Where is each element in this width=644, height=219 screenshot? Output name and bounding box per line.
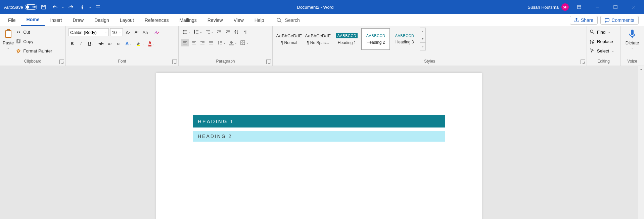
subscript-button[interactable]: x2 bbox=[106, 40, 113, 47]
search-input[interactable]: Search bbox=[276, 17, 300, 23]
document-canvas[interactable]: HEADING 1 HEADING 2 bbox=[0, 66, 638, 219]
heading-2-text[interactable]: HEADING 2 bbox=[193, 131, 445, 142]
align-center-button[interactable] bbox=[190, 39, 197, 46]
tab-design[interactable]: Design bbox=[89, 14, 114, 26]
underline-button[interactable]: U⌄ bbox=[86, 40, 96, 47]
svg-rect-0 bbox=[42, 5, 46, 9]
undo-dropdown-icon[interactable]: ⌄ bbox=[62, 6, 64, 9]
close-button[interactable] bbox=[626, 0, 641, 14]
bold-button[interactable]: B bbox=[68, 40, 76, 47]
multilevel-list-button[interactable]: ⌄ bbox=[204, 28, 214, 36]
scroll-up-icon[interactable]: ▴ bbox=[638, 66, 644, 72]
page[interactable]: HEADING 1 HEADING 2 bbox=[156, 73, 482, 219]
svg-text:Z: Z bbox=[235, 32, 236, 34]
text-effects-button[interactable]: A⌄ bbox=[124, 40, 134, 47]
tab-home[interactable]: Home bbox=[21, 14, 45, 26]
group-clipboard: Paste ⌄ ✂Cut Copy Format Painter Clipboa… bbox=[0, 26, 66, 66]
copy-button[interactable]: Copy bbox=[16, 38, 52, 45]
tab-file[interactable]: File bbox=[3, 14, 21, 26]
tab-mailings[interactable]: Mailings bbox=[174, 14, 202, 26]
highlight-button[interactable]: ⌄ bbox=[135, 40, 145, 47]
style-heading-2[interactable]: AABBCCDHeading 2 bbox=[361, 28, 390, 50]
cursor-icon bbox=[590, 48, 595, 53]
styles-scroll-up[interactable]: ▴ bbox=[420, 28, 425, 35]
undo-button[interactable] bbox=[50, 2, 60, 12]
svg-point-62 bbox=[590, 30, 593, 33]
italic-button[interactable]: I bbox=[77, 40, 85, 47]
format-painter-button[interactable]: Format Painter bbox=[16, 47, 52, 54]
font-name-combo[interactable]: Calibri (Body)⌄ bbox=[68, 28, 109, 36]
grow-font-button[interactable]: A▴ bbox=[124, 29, 132, 36]
qat-dropdown-icon[interactable]: ⌄ bbox=[89, 6, 91, 9]
change-case-button[interactable]: Aa⌄ bbox=[142, 29, 152, 36]
bullets-button[interactable]: ⌄ bbox=[181, 28, 191, 36]
qat-customize-button[interactable] bbox=[93, 2, 103, 12]
tab-view[interactable]: View bbox=[228, 14, 249, 26]
find-button[interactable]: Find⌄ bbox=[590, 28, 614, 36]
font-launcher[interactable] bbox=[172, 60, 177, 64]
clear-formatting-button[interactable]: A bbox=[153, 29, 160, 36]
style-heading-3[interactable]: AABBCCDHeading 3 bbox=[390, 28, 419, 50]
svg-point-11 bbox=[277, 18, 280, 22]
paragraph-launcher[interactable] bbox=[266, 60, 271, 64]
chevron-down-icon: ⌄ bbox=[7, 47, 9, 50]
replace-button[interactable]: abReplace bbox=[590, 38, 614, 45]
tab-layout[interactable]: Layout bbox=[114, 14, 139, 26]
user-name[interactable]: Susan Houtsma bbox=[528, 5, 559, 10]
share-button[interactable]: Share bbox=[570, 16, 598, 25]
increase-indent-button[interactable] bbox=[224, 28, 232, 36]
tab-help[interactable]: Help bbox=[249, 14, 270, 26]
shading-button[interactable]: ⌄ bbox=[228, 39, 238, 46]
save-button[interactable] bbox=[39, 2, 48, 12]
decrease-indent-button[interactable] bbox=[216, 28, 223, 36]
styles-gallery: AaBbCcDdE¶ Normal AaBbCcDdE¶ No Spac... … bbox=[275, 28, 426, 50]
styles-scroll-down[interactable]: ▾ bbox=[420, 35, 425, 43]
autosave-toggle[interactable]: AutoSave Off bbox=[4, 4, 37, 10]
styles-expand[interactable]: ▿ bbox=[420, 43, 425, 50]
font-size-combo[interactable]: 10⌄ bbox=[110, 28, 123, 36]
clipboard-launcher[interactable] bbox=[59, 60, 64, 64]
svg-rect-8 bbox=[614, 5, 617, 9]
borders-button[interactable]: ⌄ bbox=[239, 39, 249, 46]
styles-launcher[interactable] bbox=[581, 60, 585, 64]
group-editing: Find⌄ abReplace Select⌄ Editing bbox=[587, 26, 620, 66]
tab-draw[interactable]: Draw bbox=[67, 14, 89, 26]
comments-button[interactable]: Comments bbox=[600, 16, 639, 25]
align-right-button[interactable] bbox=[199, 39, 206, 46]
svg-line-63 bbox=[593, 32, 594, 34]
show-marks-button[interactable]: ¶ bbox=[242, 28, 249, 36]
numbering-button[interactable]: 123⌄ bbox=[193, 28, 203, 36]
sort-button[interactable]: AZ bbox=[233, 28, 240, 36]
font-color-button[interactable]: A⌄ bbox=[146, 40, 156, 47]
tab-review[interactable]: Review bbox=[202, 14, 228, 26]
select-button[interactable]: Select⌄ bbox=[590, 47, 614, 54]
minimize-button[interactable] bbox=[590, 0, 605, 14]
paste-button[interactable]: Paste ⌄ bbox=[3, 28, 14, 50]
align-left-button[interactable] bbox=[181, 39, 189, 46]
tab-references[interactable]: References bbox=[139, 14, 174, 26]
user-avatar[interactable]: SH bbox=[561, 3, 569, 11]
heading-1-text[interactable]: HEADING 1 bbox=[193, 115, 445, 127]
vertical-scrollbar[interactable]: ▴ bbox=[638, 66, 644, 219]
tab-insert[interactable]: Insert bbox=[45, 14, 67, 26]
svg-rect-58 bbox=[229, 44, 233, 45]
ribbon-display-button[interactable] bbox=[571, 0, 587, 14]
collapse-ribbon-button[interactable]: ˄ bbox=[631, 60, 637, 66]
style-heading-1[interactable]: AABBCCDHeading 1 bbox=[332, 28, 361, 50]
svg-text:b: b bbox=[592, 41, 594, 44]
redo-button[interactable] bbox=[66, 2, 76, 12]
dictate-button[interactable]: Dictate ⌄ bbox=[626, 28, 639, 50]
line-spacing-button[interactable]: ⌄ bbox=[216, 39, 226, 46]
maximize-button[interactable] bbox=[608, 0, 623, 14]
svg-text:A: A bbox=[154, 30, 157, 34]
justify-button[interactable] bbox=[208, 39, 215, 46]
strikethrough-button[interactable]: ab bbox=[97, 40, 105, 47]
cut-button[interactable]: ✂Cut bbox=[16, 28, 52, 36]
style-no-spacing[interactable]: AaBbCcDdE¶ No Spac... bbox=[304, 28, 332, 50]
shrink-font-button[interactable]: A▾ bbox=[133, 29, 140, 36]
group-label-styles: Styles bbox=[273, 58, 587, 66]
svg-text:A: A bbox=[235, 30, 236, 32]
touch-mode-button[interactable] bbox=[78, 2, 87, 12]
style-normal[interactable]: AaBbCcDdE¶ Normal bbox=[275, 28, 304, 50]
superscript-button[interactable]: x2 bbox=[115, 40, 122, 47]
